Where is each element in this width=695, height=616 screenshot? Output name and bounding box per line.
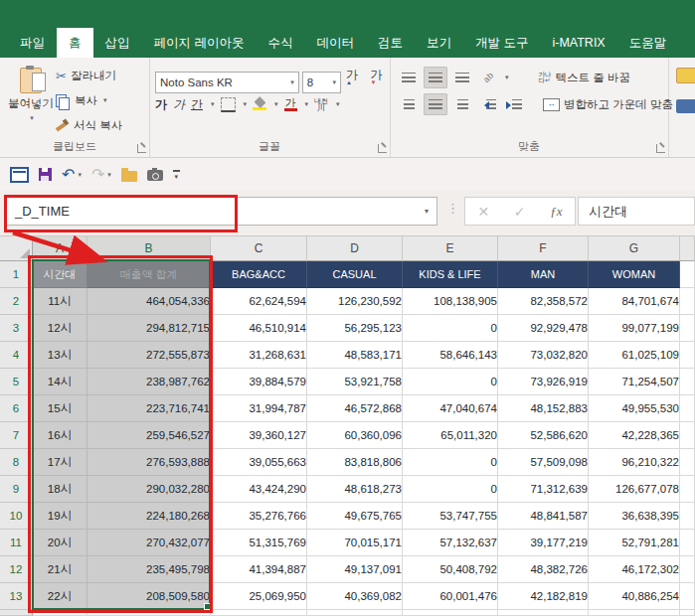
dialog-launcher-icon[interactable] [656, 144, 665, 153]
tab-home[interactable]: 홈 [57, 28, 93, 58]
tab-formulas[interactable]: 수식 [256, 28, 304, 58]
cell[interactable]: 238,987,762 [87, 369, 211, 395]
row-header-11[interactable]: 11 [0, 530, 33, 556]
tab-review[interactable]: 검토 [366, 28, 415, 58]
cell[interactable]: 35,276,766 [211, 503, 307, 530]
shrink-font-button[interactable]: 가▼ [368, 67, 390, 97]
cell[interactable] [33, 610, 87, 616]
cell[interactable] [680, 556, 695, 583]
redo-button[interactable]: ↷▾ [91, 168, 111, 182]
phonetic-button[interactable]: 내천 川 [314, 97, 328, 111]
dialog-launcher-icon[interactable] [137, 144, 146, 153]
cell[interactable]: 46,510,914 [211, 315, 307, 342]
chevron-down-icon[interactable]: ▾ [244, 100, 248, 108]
cell[interactable] [680, 530, 695, 556]
tab-help[interactable]: 도움말 [617, 28, 679, 58]
cell[interactable]: 57,509,098 [498, 449, 589, 476]
row-header-1[interactable]: 1 [0, 261, 33, 288]
row-header-7[interactable]: 7 [0, 422, 33, 449]
cell[interactable]: 39,055,663 [211, 449, 307, 476]
cell[interactable]: 126,677,078 [589, 476, 680, 503]
cell[interactable]: 41,394,887 [211, 556, 307, 583]
cell[interactable]: 276,593,888 [87, 449, 211, 476]
row-header-8[interactable]: 8 [0, 449, 33, 476]
cell[interactable]: 464,054,336 [87, 288, 211, 315]
align-top-button[interactable] [398, 68, 420, 87]
cell[interactable] [680, 422, 695, 449]
cell[interactable]: 31,268,631 [211, 342, 307, 369]
cell[interactable]: 84,701,674 [589, 288, 680, 315]
row-header-4[interactable]: 4 [0, 342, 33, 369]
cell[interactable]: 40,369,082 [307, 583, 403, 610]
cell[interactable]: 48,841,587 [498, 503, 589, 530]
cell[interactable]: 13시 [33, 342, 87, 369]
cell[interactable]: 22시 [33, 583, 87, 610]
cancel-icon[interactable]: ✕ [477, 204, 489, 220]
row-header-partial[interactable] [0, 610, 33, 616]
cell[interactable]: 39,884,579 [211, 369, 307, 395]
fill-color-button[interactable] [253, 98, 266, 110]
cell[interactable]: 11시 [33, 288, 87, 315]
cell[interactable]: 48,382,726 [498, 556, 589, 583]
column-header-C[interactable]: C [211, 236, 307, 261]
font-size-select[interactable]: 8 ▾ [302, 72, 341, 93]
tab-developer[interactable]: 개발 도구 [463, 28, 540, 58]
header-cell[interactable]: WOMAN [589, 261, 680, 288]
chevron-down-icon[interactable]: ▾ [336, 100, 340, 108]
chevron-down-icon[interactable]: ▾ [274, 100, 278, 108]
tab-file[interactable]: 파일 [8, 28, 57, 58]
orientation-button[interactable]: ab [477, 68, 499, 87]
header-cell[interactable]: 매출액 합계 [87, 261, 211, 288]
cell[interactable]: 58,646,143 [403, 342, 498, 369]
cell[interactable] [680, 395, 695, 422]
cell[interactable]: 0 [403, 369, 498, 395]
cell[interactable] [307, 610, 403, 616]
tab-page-layout[interactable]: 페이지 레이아웃 [142, 28, 257, 58]
cell[interactable]: 42,228,365 [589, 422, 680, 449]
cell[interactable]: 14시 [33, 369, 87, 395]
cell[interactable] [680, 503, 695, 530]
tab-view[interactable]: 보기 [415, 28, 463, 58]
save-button[interactable] [39, 168, 52, 181]
cell[interactable]: 60,001,476 [403, 583, 498, 610]
column-header-E[interactable]: E [403, 236, 498, 261]
dialog-launcher-icon[interactable] [378, 144, 387, 153]
align-bottom-button[interactable] [451, 68, 473, 87]
cell[interactable]: 48,618,273 [307, 476, 403, 503]
cell[interactable]: 0 [403, 315, 498, 342]
cell[interactable]: 52,586,620 [498, 422, 589, 449]
cell[interactable]: 61,025,109 [589, 342, 680, 369]
chevron-down-icon[interactable]: ▾ [107, 171, 111, 179]
cell[interactable]: 208,509,580 [87, 583, 211, 610]
tab-data[interactable]: 데이터 [304, 28, 366, 58]
chevron-down-icon[interactable]: ▾ [505, 74, 509, 81]
cell[interactable]: 39,177,219 [498, 530, 589, 556]
cell[interactable]: 65,011,320 [403, 422, 498, 449]
cell[interactable]: 53,747,755 [403, 503, 498, 530]
column-header-A[interactable]: A [33, 236, 87, 261]
cell[interactable]: 92,929,478 [498, 315, 589, 342]
cell[interactable]: 25,069,950 [211, 583, 307, 610]
cell[interactable] [211, 610, 307, 616]
cell[interactable] [589, 610, 680, 616]
customize-qat-button[interactable]: ▾ [173, 170, 180, 179]
italic-button[interactable]: 가 [173, 96, 185, 113]
cell[interactable]: 73,926,919 [498, 369, 589, 395]
row-header-13[interactable]: 13 [0, 583, 33, 610]
tab-imatrix[interactable]: i-MATRIX [540, 28, 616, 58]
align-center-button[interactable] [424, 93, 447, 115]
cell[interactable] [680, 476, 695, 503]
cell[interactable]: 73,032,820 [498, 342, 589, 369]
underline-button[interactable]: 간 [191, 96, 203, 113]
cell[interactable]: 16시 [33, 422, 87, 449]
cell[interactable]: 126,230,592 [307, 288, 403, 315]
cell[interactable]: 99,077,199 [589, 315, 680, 342]
bold-button[interactable]: 가 [155, 96, 167, 113]
cell[interactable]: 272,555,873 [87, 342, 211, 369]
cell[interactable]: 52,791,281 [589, 530, 680, 556]
cell[interactable]: 108,138,905 [403, 288, 498, 315]
copy-button[interactable]: 복사 ▾ [56, 90, 122, 110]
cell[interactable] [403, 610, 498, 616]
cell[interactable] [680, 261, 695, 288]
cell[interactable]: 294,812,715 [87, 315, 211, 342]
